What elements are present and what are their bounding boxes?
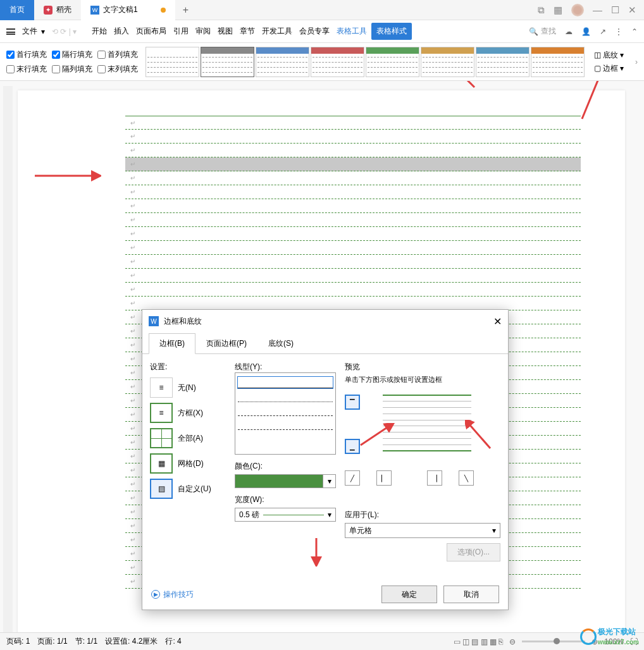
preview-diag2-button[interactable]: ╲	[459, 470, 474, 486]
table-row[interactable]: ↵	[125, 227, 581, 241]
table-row[interactable]: ↵	[125, 130, 581, 144]
apply-to-select[interactable]: 单元格▾	[345, 523, 500, 538]
preview-top-button[interactable]: ▔	[345, 395, 360, 410]
table-row[interactable]: ↵	[125, 116, 581, 130]
minimize-button[interactable]: —	[593, 4, 602, 15]
search-box[interactable]: 🔍 查找	[529, 26, 556, 37]
tab-shading[interactable]: 底纹(S)	[257, 333, 304, 354]
svg-line-4	[468, 423, 490, 448]
preview-right-button[interactable]: ▕	[427, 470, 442, 486]
zoom-slider[interactable]	[522, 641, 585, 642]
ribbon-expand[interactable]: ›	[635, 58, 638, 66]
menu-view[interactable]: 视图	[215, 23, 235, 40]
preview-bottom-button[interactable]: ▁	[345, 439, 360, 454]
more-icon[interactable]: ⋮	[615, 27, 622, 36]
chk-first-col[interactable]: 首列填充	[97, 49, 138, 60]
menu-tablestyle[interactable]: 表格样式	[371, 23, 412, 40]
tab-page-border[interactable]: 页面边框(P)	[195, 333, 257, 354]
menu-review[interactable]: 审阅	[193, 23, 213, 40]
preview-left-button[interactable]: ▏	[376, 470, 392, 486]
zoom-out-button[interactable]: ⊖	[509, 637, 516, 646]
setting-custom[interactable]: ▤自定义(U)	[150, 479, 226, 499]
tab-border[interactable]: 边框(B)	[149, 333, 195, 354]
setting-box[interactable]: ≡方框(X)	[150, 403, 226, 423]
doc-icon: W	[90, 6, 99, 15]
play-icon: ▶	[151, 590, 160, 599]
menu-chapter[interactable]: 章节	[237, 23, 257, 40]
tab-shell[interactable]: ✦ 稻壳	[34, 0, 81, 20]
table-row[interactable]: ↵	[125, 199, 581, 213]
setting-none[interactable]: ≡无(N)	[150, 377, 226, 398]
table-row-selected[interactable]: ↵	[125, 157, 581, 171]
chk-band-row[interactable]: 隔行填充	[52, 49, 92, 60]
menu-member[interactable]: 会员专享	[297, 23, 332, 40]
chk-band-col[interactable]: 隔列填充	[52, 64, 92, 75]
color-label: 颜色(C):	[235, 461, 336, 472]
zoom-in-button[interactable]: ⊕	[591, 637, 598, 646]
preview-diagram[interactable]	[383, 395, 471, 451]
table-row[interactable]: ↵	[125, 283, 581, 297]
table-row[interactable]: ↵	[125, 144, 581, 157]
user-icon[interactable]: 👤	[581, 27, 591, 36]
table-row[interactable]: ↵	[125, 213, 581, 227]
tips-link[interactable]: ▶ 操作技巧	[151, 589, 194, 600]
zoom-value[interactable]: 100%	[604, 637, 624, 646]
chk-last-row[interactable]: 末行填充	[6, 64, 47, 75]
close-button[interactable]: ✕	[628, 4, 636, 16]
menu-reference[interactable]: 引用	[171, 23, 191, 40]
tab-document[interactable]: W 文字文稿1	[81, 0, 175, 20]
menu-start[interactable]: 开始	[89, 23, 109, 40]
table-row[interactable]: ↵	[125, 255, 581, 269]
table-row[interactable]: ↵	[125, 297, 581, 310]
menu-pagelayout[interactable]: 页面布局	[133, 23, 169, 40]
vertical-ruler	[3, 86, 13, 644]
status-row[interactable]: 行: 4	[165, 636, 181, 647]
status-page[interactable]: 页面: 1/1	[37, 636, 67, 647]
setting-all[interactable]: 全部(A)	[150, 428, 226, 448]
setting-grid[interactable]: ▦网格(D)	[150, 453, 226, 474]
chk-first-row[interactable]: 首行填充	[6, 49, 47, 60]
file-menu[interactable]: 文件▾	[17, 26, 50, 37]
dialog-tabs: 边框(B) 页面边框(P) 底纹(S)	[142, 333, 508, 354]
dialog-close-button[interactable]: ✕	[493, 316, 502, 328]
ok-button[interactable]: 确定	[381, 586, 437, 603]
layout-icon[interactable]: ⧉	[538, 4, 545, 16]
table-row[interactable]: ↵	[125, 185, 581, 199]
statusbar: 页码: 1 页面: 1/1 节: 1/1 设置值: 4.2厘米 行: 4 ▭ ◫…	[0, 632, 644, 650]
ribbon: 首行填充 隔行填充 首列填充 末行填充 隔列填充 末列填充 ◫ 底纹 ▾ ▢ 边…	[0, 43, 644, 81]
table-row[interactable]: ↵	[125, 241, 581, 255]
hamburger-icon[interactable]	[6, 28, 15, 35]
table-style-gallery[interactable]	[146, 47, 585, 77]
menu-tabletools[interactable]: 表格工具	[334, 23, 369, 40]
menu-devtools[interactable]: 开发工具	[259, 23, 295, 40]
avatar[interactable]	[571, 4, 584, 16]
preview-diag1-button[interactable]: ╱	[345, 470, 360, 486]
apps-icon[interactable]: ▦	[554, 4, 562, 16]
window-controls: ⧉ ▦ — ☐ ✕	[538, 4, 644, 16]
fit-icon[interactable]: ⛶	[630, 637, 638, 646]
cloud-icon[interactable]: ☁	[565, 27, 573, 36]
table-row[interactable]: ↵	[125, 269, 581, 283]
share-icon[interactable]: ↗	[600, 27, 606, 36]
width-select[interactable]: 0.5 磅 ▾	[235, 508, 336, 522]
maximize-button[interactable]: ☐	[611, 4, 619, 16]
tab-home[interactable]: 首页	[0, 0, 34, 20]
collapse-icon[interactable]: ⌃	[631, 27, 638, 36]
menu-insert[interactable]: 插入	[111, 23, 132, 40]
options-button[interactable]: 选项(O)...	[447, 543, 500, 561]
line-type-label: 线型(Y):	[235, 362, 336, 372]
tab-add-button[interactable]: +	[175, 4, 196, 16]
status-page-no[interactable]: 页码: 1	[6, 636, 30, 647]
cancel-button[interactable]: 取消	[443, 586, 499, 603]
border-button[interactable]: ▢ 边框 ▾	[594, 63, 624, 74]
status-section[interactable]: 节: 1/1	[75, 636, 97, 647]
shading-button[interactable]: ◫ 底纹 ▾	[594, 50, 624, 61]
view-mode-icons[interactable]: ▭ ◫ ▤ ▥ ▦ ⎘	[454, 637, 504, 646]
table-row[interactable]: ↵	[125, 171, 581, 185]
preview-hint: 单击下方图示或按钮可设置边框	[345, 375, 500, 384]
line-type-list[interactable]	[235, 372, 336, 455]
status-setval[interactable]: 设置值: 4.2厘米	[105, 636, 158, 647]
settings-label: 设置:	[150, 362, 226, 372]
chk-last-col[interactable]: 末列填充	[97, 64, 138, 75]
color-select[interactable]: ▾	[235, 474, 336, 488]
